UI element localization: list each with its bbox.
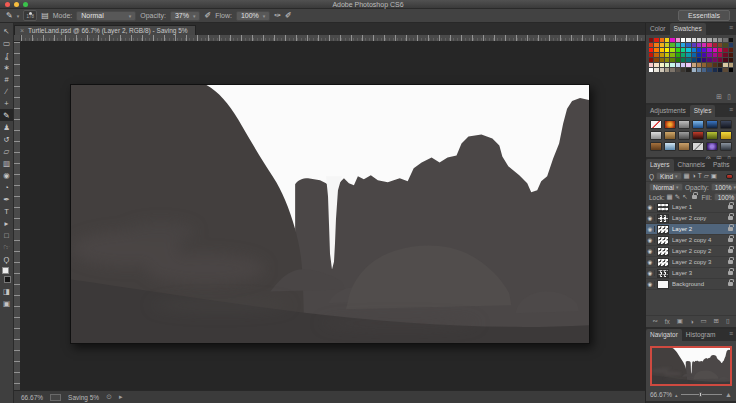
style-thumb-red-black[interactable] (692, 131, 704, 140)
color-swatch[interactable] (697, 53, 701, 57)
color-swatch[interactable] (676, 63, 680, 67)
status-info-field[interactable] (50, 394, 61, 401)
visibility-eye-icon[interactable]: ◉ (646, 270, 655, 276)
add-mask-icon[interactable]: ▣ (677, 317, 683, 325)
flow-field[interactable]: 100% ▾ (236, 11, 270, 21)
color-swatch[interactable] (649, 48, 653, 52)
shape-tool[interactable]: □ (0, 229, 13, 241)
background-color-swatch[interactable] (4, 276, 11, 283)
visibility-eye-icon[interactable]: ◉ (646, 204, 655, 210)
color-swatch[interactable] (670, 38, 674, 42)
color-swatch[interactable] (676, 38, 680, 42)
color-swatch[interactable] (654, 38, 658, 42)
color-swatch[interactable] (729, 38, 733, 42)
color-swatch[interactable] (707, 58, 711, 62)
airbrush-icon[interactable]: ✑ (274, 11, 281, 21)
color-swatch[interactable] (660, 53, 664, 57)
layer-row[interactable]: ◉Background (646, 279, 736, 290)
tab-channels[interactable]: Channels (674, 159, 709, 171)
color-swatch[interactable] (692, 58, 696, 62)
color-swatch[interactable] (692, 68, 696, 72)
color-swatch[interactable] (723, 43, 727, 47)
color-swatch[interactable] (681, 43, 685, 47)
color-swatch[interactable] (686, 48, 690, 52)
status-zoom-value[interactable]: 66.67% (21, 394, 43, 401)
style-thumb-gray-bevel[interactable] (678, 120, 690, 129)
tool-preset-caret-icon[interactable]: ▾ (17, 13, 20, 19)
layer-thumbnail[interactable] (657, 236, 669, 245)
layer-style-icon[interactable]: fx (665, 318, 670, 325)
color-swatch[interactable] (686, 68, 690, 72)
panel-menu-icon[interactable]: ≡ (726, 105, 736, 117)
color-swatch[interactable] (729, 48, 733, 52)
type-tool[interactable]: T (0, 205, 13, 217)
layer-row[interactable]: ◉Layer 2 copy 3 (646, 257, 736, 268)
visibility-eye-icon[interactable]: ◉ (646, 248, 655, 254)
layer-row[interactable]: ◉Layer 2 copy 4 (646, 235, 736, 246)
color-swatch[interactable] (713, 63, 717, 67)
layer-thumbnail[interactable] (657, 203, 669, 212)
layer-row[interactable]: ◉Layer 1 (646, 202, 736, 213)
color-swatch[interactable] (654, 43, 658, 47)
style-thumb-silver[interactable] (650, 131, 662, 140)
color-swatch[interactable] (649, 68, 653, 72)
color-swatch[interactable] (660, 68, 664, 72)
dodge-tool[interactable]: ◔ (0, 181, 13, 193)
color-swatch[interactable] (676, 53, 680, 57)
color-swatch[interactable] (660, 63, 664, 67)
blur-tool[interactable]: ◉ (0, 169, 13, 181)
screen-mode-tool[interactable]: ▣ (0, 297, 13, 309)
status-flyout-icon[interactable]: ▸ (119, 393, 123, 401)
crop-tool[interactable]: # (0, 73, 13, 85)
style-thumb-orange-glow[interactable] (664, 120, 676, 129)
color-swatch[interactable] (707, 53, 711, 57)
new-group-icon[interactable]: ▭ (701, 317, 707, 325)
path-selection-tool[interactable]: ▸ (0, 217, 13, 229)
color-swatch[interactable] (729, 58, 733, 62)
color-swatch[interactable] (649, 58, 653, 62)
color-swatch[interactable] (718, 63, 722, 67)
pressure-opacity-icon[interactable]: ✐ (204, 11, 211, 21)
layer-thumbnail[interactable] (657, 247, 669, 256)
pen-tool[interactable]: ✒ (0, 193, 13, 205)
color-swatch[interactable] (665, 63, 669, 67)
layer-thumbnail[interactable] (657, 280, 669, 289)
history-brush-tool[interactable]: ↺ (0, 133, 13, 145)
color-swatch[interactable] (676, 68, 680, 72)
filter-smart-object-icon[interactable]: ▣ (711, 172, 717, 180)
lasso-tool[interactable]: ʆ (0, 49, 13, 61)
color-swatch[interactable] (723, 58, 727, 62)
color-swatch[interactable] (681, 48, 685, 52)
brush-preset-picker[interactable]: 178 (23, 10, 37, 21)
color-swatch[interactable] (681, 38, 685, 42)
color-swatch[interactable] (681, 58, 685, 62)
color-swatch[interactable] (670, 58, 674, 62)
panel-menu-icon[interactable]: ≡ (726, 23, 736, 35)
tab-adjustments[interactable]: Adjustments (646, 105, 690, 117)
color-swatch[interactable] (654, 58, 658, 62)
color-swatch[interactable] (718, 68, 722, 72)
new-layer-icon[interactable]: ⊞ (714, 317, 719, 325)
eyedropper-tool[interactable]: ∕ (0, 85, 13, 97)
color-swatch[interactable] (723, 38, 727, 42)
lock-paint-icon[interactable]: ✎ (675, 193, 680, 201)
color-swatch[interactable] (702, 63, 706, 67)
style-thumb-dark-navy[interactable] (720, 120, 732, 129)
color-swatch[interactable] (729, 43, 733, 47)
layer-thumbnail[interactable] (657, 225, 669, 234)
color-swatch[interactable] (707, 43, 711, 47)
color-swatch[interactable] (681, 68, 685, 72)
vertical-ruler[interactable] (14, 42, 21, 390)
color-swatch[interactable] (718, 38, 722, 42)
color-swatch[interactable] (676, 48, 680, 52)
color-swatch[interactable] (702, 68, 706, 72)
layer-thumbnail[interactable] (657, 269, 669, 278)
color-swatch[interactable] (654, 53, 658, 57)
lock-all-icon[interactable] (692, 195, 697, 199)
foreground-color-swatch[interactable] (2, 267, 9, 274)
layer-filter-select[interactable]: Kind ▾ (656, 172, 682, 180)
color-swatch[interactable] (692, 43, 696, 47)
color-swatch[interactable] (713, 43, 717, 47)
visibility-eye-icon[interactable]: ◉ (646, 259, 655, 265)
workspace-switcher-button[interactable]: Essentials (678, 10, 730, 21)
